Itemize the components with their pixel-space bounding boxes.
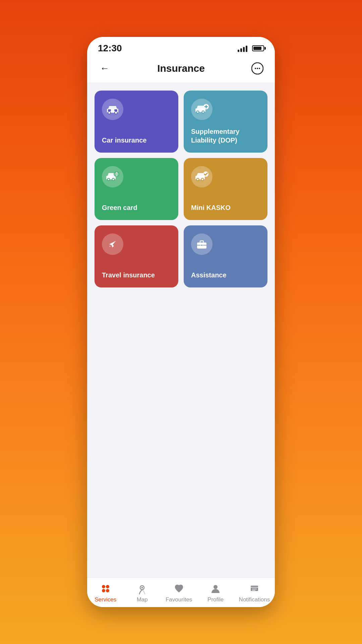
supplementary-label: Supplementary Liability (DOP) — [191, 127, 260, 145]
back-arrow-icon: ← — [100, 63, 109, 74]
signal-icon — [238, 45, 247, 52]
status-icons — [225, 45, 264, 52]
card-car-insurance[interactable]: Car insurance — [95, 91, 178, 153]
travel-icon-wrap — [102, 233, 123, 255]
svg-point-32 — [106, 585, 109, 588]
notifications-label: Notifications — [239, 596, 270, 603]
card-supplementary[interactable]: Supplementary Liability (DOP) — [184, 91, 267, 153]
map-label: Map — [137, 596, 148, 603]
svg-point-31 — [102, 585, 105, 588]
svg-point-6 — [115, 111, 117, 114]
car-icon — [106, 104, 119, 115]
plane-icon — [107, 238, 119, 250]
svg-point-36 — [141, 587, 143, 589]
map-icon — [136, 583, 148, 594]
green-card-label: Green card — [102, 203, 171, 212]
heart-icon — [173, 583, 185, 594]
nav-notifications[interactable]: Notifications — [239, 583, 270, 603]
svg-point-37 — [214, 585, 218, 589]
travel-insurance-label: Travel insurance — [102, 271, 171, 279]
assistance-label: Assistance — [191, 271, 260, 279]
mini-kasko-icon-wrap — [191, 166, 213, 187]
bottom-nav: Services Map Favourites Profi — [87, 577, 275, 607]
nav-favourites[interactable]: Favourites — [166, 583, 192, 603]
card-mini-kasko[interactable]: Mini KASKO — [184, 158, 267, 220]
page-title: Insurance — [157, 63, 205, 74]
wifi-icon — [225, 45, 234, 52]
svg-point-5 — [108, 111, 111, 114]
svg-point-26 — [201, 178, 204, 181]
svg-point-16 — [108, 178, 110, 181]
card-green-card[interactable]: Green card — [95, 158, 178, 220]
services-label: Services — [95, 596, 116, 603]
nav-profile[interactable]: Profile — [202, 583, 229, 603]
car-insurance-icon-wrap — [102, 99, 123, 120]
chat-button[interactable] — [249, 60, 265, 76]
car-insurance-label: Car insurance — [102, 136, 171, 145]
back-button[interactable]: ← — [97, 60, 113, 76]
svg-point-34 — [106, 589, 109, 592]
nav-services[interactable]: Services — [92, 583, 119, 603]
svg-point-3 — [259, 68, 260, 69]
car-globe-icon — [106, 171, 120, 183]
card-assistance[interactable]: Assistance — [184, 225, 267, 287]
svg-point-17 — [112, 178, 115, 181]
svg-point-2 — [257, 68, 258, 69]
svg-point-33 — [102, 589, 105, 592]
insurance-grid: Car insurance Supplementary Liability ( — [95, 91, 267, 287]
phone-container: 12:30 ← Insurance — [87, 37, 275, 607]
svg-rect-30 — [201, 245, 203, 246]
profile-icon — [210, 583, 221, 594]
main-content: Car insurance Supplementary Liability ( — [87, 83, 275, 577]
svg-rect-7 — [108, 109, 111, 111]
supplementary-icon-wrap — [191, 99, 213, 120]
car-check-icon — [195, 171, 209, 183]
svg-rect-8 — [114, 109, 117, 111]
status-bar: 12:30 — [87, 37, 275, 57]
car-plus-icon — [195, 103, 209, 115]
svg-point-25 — [197, 178, 199, 181]
profile-label: Profile — [207, 596, 224, 603]
chat-icon — [251, 62, 263, 74]
svg-point-1 — [255, 68, 256, 69]
briefcase-icon — [196, 238, 208, 250]
notifications-icon — [249, 583, 260, 594]
nav-map[interactable]: Map — [129, 583, 156, 603]
battery-icon — [252, 45, 264, 51]
card-travel-insurance[interactable]: Travel insurance — [95, 225, 178, 287]
header: ← Insurance — [87, 57, 275, 83]
services-icon — [100, 583, 111, 594]
status-time: 12:30 — [98, 43, 122, 54]
assistance-icon-wrap — [191, 233, 213, 255]
svg-point-11 — [202, 111, 204, 113]
mini-kasko-label: Mini KASKO — [191, 203, 260, 212]
svg-point-10 — [197, 111, 199, 113]
favourites-label: Favourites — [166, 596, 192, 603]
green-card-icon-wrap — [102, 166, 123, 187]
